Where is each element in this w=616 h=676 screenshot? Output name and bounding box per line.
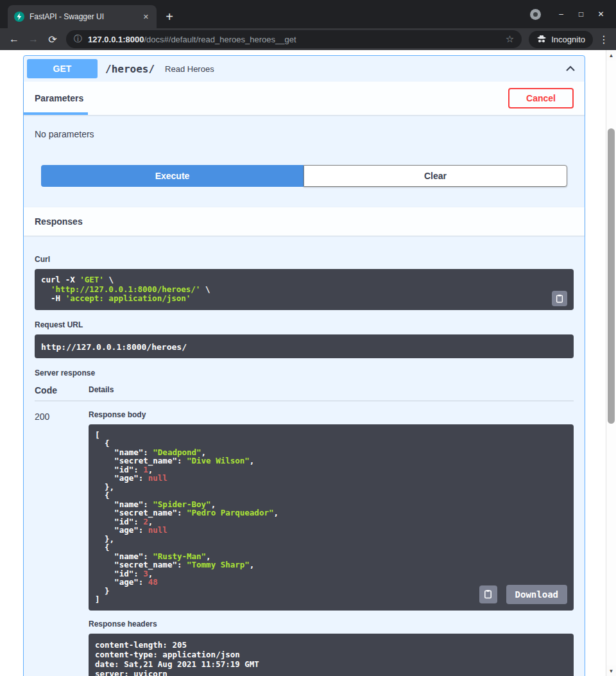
responses-header: Responses bbox=[24, 207, 585, 236]
bookmark-star-icon[interactable]: ☆ bbox=[506, 33, 514, 45]
tab-close-icon[interactable]: ✕ bbox=[142, 13, 150, 21]
swagger-page: GET /heroes/ Read Heroes Parameters Canc… bbox=[0, 50, 616, 676]
request-url-value: http://127.0.0.1:8000/heroes/ bbox=[41, 342, 187, 352]
response-headers-code: content-length: 205content-type: applica… bbox=[95, 640, 567, 676]
scrollbar-thumb[interactable] bbox=[608, 128, 615, 424]
execute-wrapper: Execute Clear bbox=[24, 165, 585, 201]
chevron-up-icon[interactable] bbox=[564, 62, 577, 75]
url-host: 127.0.0.1:8000 bbox=[88, 35, 144, 44]
url-path: /docs#/default/read_heroes_heroes__get bbox=[144, 35, 296, 44]
browser-window: FastAPI - Swagger UI ✕ + – □ ✕ ← → ⟳ ⓘ 1… bbox=[0, 0, 616, 676]
browser-toolbar: ← → ⟳ ⓘ 127.0.0.1:8000/docs#/default/rea… bbox=[0, 28, 616, 50]
tab-title: FastAPI - Swagger UI bbox=[30, 12, 137, 21]
response-headers-label: Response headers bbox=[89, 620, 574, 628]
request-url-block: http://127.0.0.1:8000/heroes/ bbox=[35, 334, 574, 358]
scroll-down-arrow[interactable]: ▼ bbox=[606, 666, 616, 676]
curl-code: curl -X 'GET' \ 'http://127.0.0.1:8000/h… bbox=[41, 275, 567, 304]
incognito-badge: Incognito bbox=[529, 31, 593, 48]
window-close-button[interactable]: ✕ bbox=[591, 10, 611, 19]
clipboard-icon bbox=[555, 294, 564, 303]
code-column-header: Code bbox=[35, 385, 89, 395]
browser-tab[interactable]: FastAPI - Swagger UI ✕ bbox=[8, 5, 157, 28]
new-tab-button[interactable]: + bbox=[160, 7, 178, 26]
responses-title: Responses bbox=[35, 216, 83, 227]
scroll-up-arrow[interactable]: ▲ bbox=[606, 50, 616, 60]
server-response-label: Server response bbox=[35, 368, 574, 377]
window-minimize-button[interactable]: – bbox=[551, 10, 571, 19]
details-column-header: Details bbox=[89, 385, 114, 395]
browser-status-icon[interactable] bbox=[530, 9, 541, 20]
parameters-body: No parameters bbox=[24, 115, 585, 165]
site-info-icon[interactable]: ⓘ bbox=[74, 33, 82, 45]
request-url-label: Request URL bbox=[35, 320, 574, 329]
response-body-block: [ { "name": "Deadpond", "secret_name": "… bbox=[89, 424, 574, 611]
scrollbar[interactable]: ▲ ▼ bbox=[606, 50, 616, 676]
http-method-badge: GET bbox=[27, 59, 98, 78]
download-button[interactable]: Download bbox=[506, 585, 567, 604]
operation-path: /heroes/ bbox=[105, 63, 155, 75]
response-body-code: [ { "name": "Deadpond", "secret_name": "… bbox=[95, 431, 567, 604]
copy-response-button[interactable] bbox=[479, 585, 497, 603]
tab-strip: FastAPI - Swagger UI ✕ + – □ ✕ bbox=[0, 0, 616, 28]
opblock-summary[interactable]: GET /heroes/ Read Heroes bbox=[24, 56, 585, 82]
incognito-icon bbox=[536, 34, 547, 44]
operation-summary: Read Heroes bbox=[165, 64, 214, 74]
forward-button[interactable]: → bbox=[24, 30, 42, 48]
address-bar[interactable]: ⓘ 127.0.0.1:8000/docs#/default/read_hero… bbox=[66, 30, 522, 48]
response-body-actions: Download bbox=[479, 585, 567, 604]
response-body-label: Response body bbox=[89, 410, 574, 419]
response-headers-block: content-length: 205content-type: applica… bbox=[89, 634, 574, 676]
response-table-header: Code Details bbox=[35, 385, 574, 401]
fastapi-favicon-icon bbox=[14, 12, 24, 22]
response-detail: Response body [ { "name": "Deadpond", "s… bbox=[89, 410, 574, 676]
window-maximize-button[interactable]: □ bbox=[571, 10, 591, 19]
parameters-title: Parameters bbox=[35, 93, 83, 103]
parameters-header: Parameters Cancel bbox=[24, 82, 585, 115]
copy-curl-button[interactable] bbox=[552, 291, 567, 306]
clipboard-icon bbox=[483, 589, 493, 599]
execute-button[interactable]: Execute bbox=[41, 165, 304, 187]
reload-button[interactable]: ⟳ bbox=[44, 30, 62, 48]
opblock-get-heroes: GET /heroes/ Read Heroes Parameters Canc… bbox=[23, 55, 585, 676]
no-parameters-text: No parameters bbox=[35, 129, 94, 139]
clear-button[interactable]: Clear bbox=[304, 165, 567, 187]
response-status-code: 200 bbox=[35, 410, 89, 676]
active-tab-underline bbox=[24, 112, 88, 115]
back-button[interactable]: ← bbox=[5, 30, 23, 48]
response-row: 200 Response body [ { "name": "Deadpond"… bbox=[35, 410, 574, 676]
window-controls: – □ ✕ bbox=[530, 0, 616, 28]
cancel-button[interactable]: Cancel bbox=[508, 88, 574, 108]
incognito-label: Incognito bbox=[551, 35, 585, 44]
responses-inner: Curl curl -X 'GET' \ 'http://127.0.0.1:8… bbox=[24, 236, 585, 676]
curl-block: curl -X 'GET' \ 'http://127.0.0.1:8000/h… bbox=[35, 269, 574, 310]
curl-label: Curl bbox=[35, 255, 574, 264]
url-text: 127.0.0.1:8000/docs#/default/read_heroes… bbox=[88, 35, 500, 44]
browser-menu-button[interactable]: ⋮ bbox=[597, 33, 611, 46]
page-content: GET /heroes/ Read Heroes Parameters Canc… bbox=[0, 50, 606, 676]
